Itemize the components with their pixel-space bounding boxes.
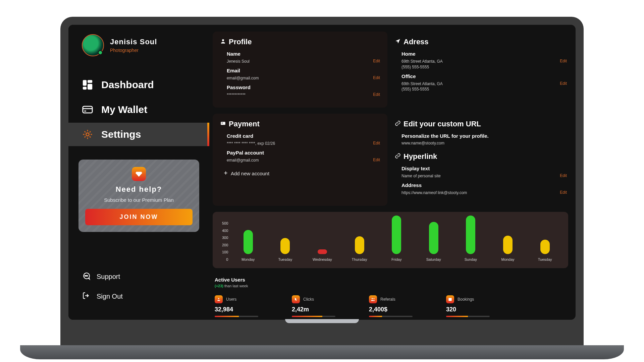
- edit-link[interactable]: Edit: [373, 141, 380, 145]
- user-name: Jenisis Soul: [110, 38, 157, 46]
- svg-point-9: [86, 276, 87, 276]
- svg-rect-4: [83, 106, 92, 113]
- field-label: Password: [227, 84, 380, 90]
- bar: [466, 216, 475, 254]
- url-card: Edit your custom URL Personalize the URL…: [393, 114, 568, 206]
- gear-icon: [82, 129, 93, 140]
- card-title-text: Profile: [229, 38, 252, 46]
- bar-col: Monday: [494, 236, 522, 261]
- edit-link[interactable]: Edit: [373, 158, 380, 162]
- join-now-button[interactable]: JOIN NOW: [85, 209, 193, 225]
- edit-link[interactable]: Edit: [560, 59, 567, 63]
- support-link[interactable]: Support: [82, 267, 196, 287]
- stats-sub-text: than last week: [224, 284, 248, 288]
- bar-chart: 5004003002001000 MondayTuesdayWednesdayT…: [213, 212, 568, 268]
- stat-value: 320: [446, 306, 503, 313]
- chart-bars: MondayTuesdayWednesdayThursdayFridaySatu…: [234, 218, 559, 261]
- field-value: ************: [227, 92, 246, 98]
- bar: [540, 240, 550, 254]
- bookings-icon: [446, 295, 454, 303]
- nav-label: Dashboard: [101, 79, 154, 90]
- svg-point-14: [218, 298, 219, 299]
- add-account-button[interactable]: Add new account: [223, 171, 380, 176]
- edit-link[interactable]: Edit: [373, 59, 380, 63]
- stat-progress: [215, 316, 258, 317]
- bar-col: Thursday: [345, 236, 373, 261]
- promo-title: Need help?: [85, 185, 193, 194]
- sidebar-item-dashboard[interactable]: Dashboard: [68, 73, 209, 97]
- stats-row: Users32,984Clicks2,42mReferals2,400$Book…: [215, 295, 566, 317]
- stat-value: 2,42m: [292, 306, 349, 313]
- svg-point-11: [222, 39, 224, 41]
- edit-link[interactable]: Edit: [373, 92, 380, 97]
- plus-icon: [223, 171, 228, 176]
- stats-sub: (+23) than last week: [215, 284, 566, 288]
- grid-icon: [82, 79, 93, 90]
- laptop-frame: Jenisis Soul Photographer Dashboard My W…: [60, 17, 584, 345]
- bar: [503, 236, 513, 254]
- avatar[interactable]: [82, 34, 104, 56]
- bar-col: Tuesday: [531, 240, 559, 261]
- y-tick: 400: [222, 229, 228, 233]
- field-value: **** **** **** ****, exp 02/26: [227, 141, 275, 146]
- stat-referals: Referals2,400$: [369, 295, 426, 317]
- diamond-icon: [132, 167, 146, 181]
- stat-clicks: Clicks2,42m: [292, 295, 349, 317]
- users-icon: [215, 295, 223, 303]
- stat-progress: [292, 316, 335, 317]
- edit-link[interactable]: Edit: [560, 81, 567, 86]
- y-tick: 200: [222, 243, 228, 247]
- app-shell: Jenisis Soul Photographer Dashboard My W…: [68, 25, 576, 320]
- card-title: Adress: [395, 38, 567, 46]
- card-title: Edit your custom URL: [395, 120, 567, 128]
- svg-point-15: [372, 298, 373, 299]
- bar-label: Monday: [241, 257, 255, 261]
- stat-users: Users32,984: [215, 295, 272, 317]
- sidebar-item-settings[interactable]: Settings: [68, 123, 209, 146]
- y-tick: 100: [222, 250, 228, 254]
- card-title: Profile: [220, 38, 380, 46]
- stats-delta: (+23): [215, 284, 223, 288]
- bar-col: Saturday: [420, 222, 447, 261]
- svg-point-16: [373, 298, 374, 299]
- link-icon: [395, 120, 401, 128]
- bar-col: Tuesday: [271, 238, 299, 261]
- edit-link[interactable]: Edit: [373, 75, 380, 80]
- bar-label: Monday: [501, 257, 514, 261]
- bar-label: Thursday: [352, 257, 367, 261]
- y-tick: 0: [222, 257, 228, 261]
- chat-icon: [82, 272, 91, 282]
- svg-rect-17: [448, 298, 451, 301]
- card-title: Payment: [220, 120, 380, 128]
- stat-label: Clicks: [303, 297, 314, 302]
- stat-progress: [369, 316, 413, 317]
- bar-col: Monday: [234, 230, 262, 261]
- bar: [244, 230, 253, 254]
- bar-label: Wednesday: [313, 257, 332, 261]
- field-value: (555) 555-5555: [401, 64, 443, 70]
- svg-rect-3: [88, 84, 92, 89]
- bar-col: Sunday: [457, 216, 485, 261]
- bar: [429, 222, 438, 254]
- promo-subtitle: Subscribe to our Premium Plan: [85, 197, 193, 203]
- nav-label: My Wallet: [101, 104, 147, 115]
- sidebar-item-wallet[interactable]: My Wallet: [68, 98, 209, 121]
- bar-col: Wednesday: [309, 249, 336, 261]
- edit-link[interactable]: Edit: [560, 173, 567, 178]
- card-title-text: Edit your custom URL: [404, 120, 481, 128]
- sign-out-link[interactable]: Sign Out: [82, 287, 196, 306]
- address-card: Adress Home 69th Street Atlanta, GA (555…: [393, 32, 568, 108]
- card-title-text: Hyperlink: [404, 152, 437, 161]
- bar-label: Tuesday: [538, 257, 552, 261]
- url-subtitle: Personalize the URL for your profile.: [401, 133, 567, 139]
- card-icon: [82, 104, 93, 115]
- user-role: Photographer: [110, 48, 157, 53]
- field-label: Home: [401, 51, 567, 57]
- link-icon: [395, 152, 401, 161]
- sidebar: Jenisis Soul Photographer Dashboard My W…: [68, 25, 209, 320]
- svg-rect-0: [83, 80, 87, 86]
- field-label: Email: [227, 68, 380, 73]
- field-value: 69th Street Atlanta, GA: [401, 59, 443, 64]
- card-title: Hyperlink: [395, 152, 567, 161]
- edit-link[interactable]: Edit: [560, 190, 567, 195]
